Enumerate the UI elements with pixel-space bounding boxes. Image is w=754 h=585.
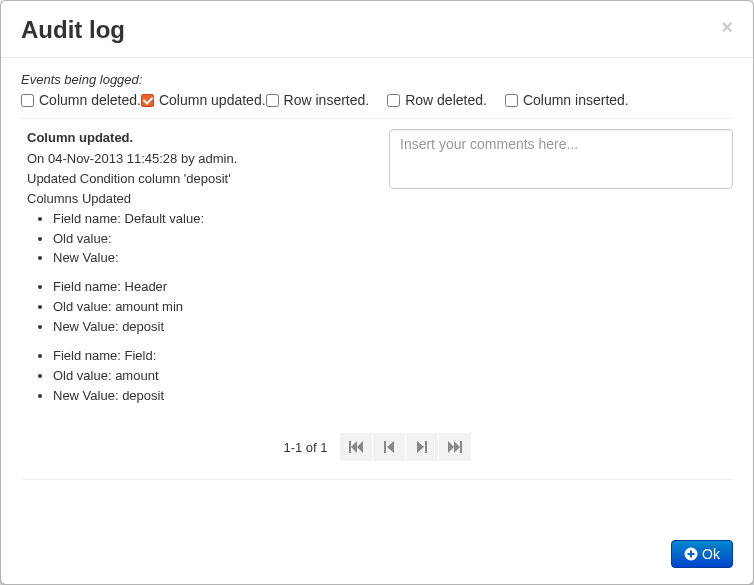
checkbox-column-deleted[interactable] [21,94,34,107]
log-new-value: New Value: deposit [53,387,377,406]
modal-body: Events being logged: Column deleted. Col… [1,58,753,524]
checkbox-column-inserted[interactable] [505,94,518,107]
log-old-value: Old value: [53,230,377,249]
filter-column-inserted: Column inserted. [505,92,629,108]
content-scroll[interactable]: Column updated. On 04-Nov-2013 11:45:28 … [21,119,733,419]
pager: 1-1 of 1 [21,419,733,480]
events-logged-label: Events being logged: [21,72,733,87]
pager-first-button[interactable] [340,433,372,461]
log-field-name: Field name: Default value: [53,210,377,229]
log-entry-row: Column updated. On 04-Nov-2013 11:45:28 … [27,129,733,415]
close-icon: × [721,16,733,38]
ok-button[interactable]: Ok [671,540,733,568]
label-row-deleted[interactable]: Row deleted. [405,92,487,108]
filter-column-deleted: Column deleted. [21,92,141,108]
log-description: Updated Condition column 'deposit' [27,170,377,189]
filter-row-deleted: Row deleted. [387,92,487,108]
modal-header: Audit log × [1,1,753,58]
filters-row: Column deleted. Column updated. Row inse… [21,92,733,108]
svg-rect-9 [460,441,462,453]
checkbox-row-deleted[interactable] [387,94,400,107]
fast-forward-icon [448,441,462,453]
pager-prev-button[interactable] [373,433,405,461]
label-column-inserted[interactable]: Column inserted. [523,92,629,108]
log-columns-heading: Columns Updated [27,190,377,209]
pager-buttons [340,433,471,461]
log-details: Column updated. On 04-Nov-2013 11:45:28 … [27,129,377,415]
filter-column-updated: Column updated. [141,92,266,108]
svg-marker-4 [387,441,394,453]
modal-footer: Ok [1,524,753,584]
comment-input[interactable] [389,129,733,189]
filter-row-inserted: Row inserted. [266,92,370,108]
checkbox-column-updated[interactable] [141,94,154,107]
log-change-group: Field name: Field: Old value: amount New… [27,347,377,406]
log-field-name: Field name: Header [53,278,377,297]
label-row-inserted[interactable]: Row inserted. [284,92,370,108]
svg-marker-8 [454,441,460,453]
svg-rect-12 [688,553,695,555]
log-change-group: Field name: Default value: Old value: Ne… [27,210,377,269]
pager-last-button[interactable] [439,433,471,461]
checkbox-row-inserted[interactable] [266,94,279,107]
log-new-value: New Value: [53,249,377,268]
pager-next-button[interactable] [406,433,438,461]
fast-backward-icon [349,441,363,453]
svg-rect-6 [425,441,427,453]
comment-pane [389,129,733,415]
svg-marker-5 [417,441,424,453]
log-change-group: Field name: Header Old value: amount min… [27,278,377,337]
ok-button-label: Ok [702,546,720,562]
svg-rect-0 [349,441,351,453]
log-event-title: Column updated. [27,129,377,148]
svg-rect-3 [384,441,386,453]
step-backward-icon [384,441,394,453]
svg-marker-7 [448,441,454,453]
content-scroll-wrap: Column updated. On 04-Nov-2013 11:45:28 … [21,118,733,419]
log-timestamp: On 04-Nov-2013 11:45:28 by admin. [27,150,377,169]
svg-marker-2 [357,441,363,453]
label-column-deleted[interactable]: Column deleted. [39,92,141,108]
close-button[interactable]: × [721,17,733,37]
label-column-updated[interactable]: Column updated. [159,92,266,108]
audit-log-modal: Audit log × Events being logged: Column … [0,0,754,585]
log-new-value: New Value: deposit [53,318,377,337]
plus-circle-icon [684,547,698,561]
log-field-name: Field name: Field: [53,347,377,366]
svg-marker-1 [351,441,357,453]
modal-title: Audit log [21,17,125,43]
log-old-value: Old value: amount [53,367,377,386]
step-forward-icon [417,441,427,453]
log-old-value: Old value: amount min [53,298,377,317]
pager-info: 1-1 of 1 [283,440,327,455]
